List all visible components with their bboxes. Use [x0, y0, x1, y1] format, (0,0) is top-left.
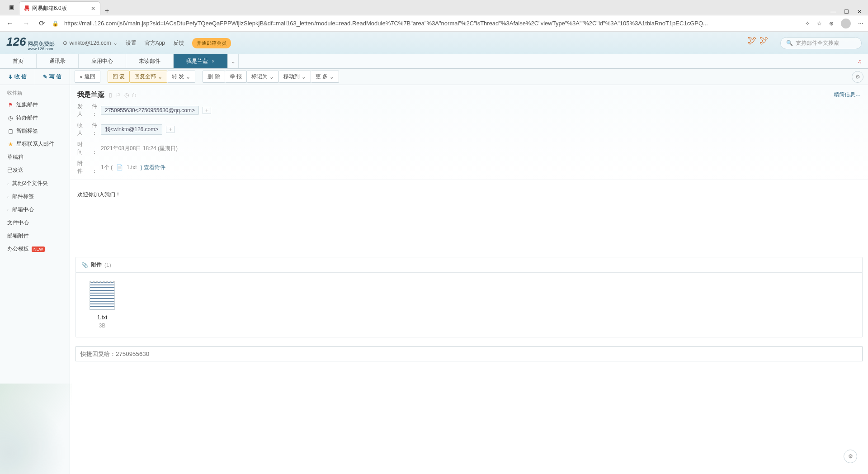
to-chip[interactable]: 我<winkto@126.com>: [101, 124, 162, 135]
mark-button[interactable]: 标记为 ⌄: [247, 71, 279, 83]
star-icon: ★: [7, 141, 14, 147]
flag-outline-icon[interactable]: ⚐: [116, 92, 121, 98]
message-body: 欢迎你加入我们！: [70, 180, 868, 252]
tab-home[interactable]: 首页: [0, 54, 37, 68]
reader-icon[interactable]: ✧: [805, 20, 810, 27]
sidebar-item-sent[interactable]: 已发送: [0, 164, 70, 177]
sidebar-item-todo[interactable]: ◷待办邮件: [0, 111, 70, 124]
tab-unread[interactable]: 未读邮件: [126, 54, 174, 68]
search-box[interactable]: 🔍 支持邮件全文搜索: [780, 37, 862, 49]
user-email-dropdown[interactable]: ⊙ winkto@126.com ⌄: [63, 40, 117, 46]
bookmark-icon[interactable]: ▯: [109, 92, 112, 98]
address-bar: ← → ⟳ 🔒 https://mail.126.com/js6/main.js…: [0, 15, 868, 32]
tab-current[interactable]: 我是兰蔻 ×: [174, 54, 228, 68]
logo-number: 126: [6, 35, 26, 49]
sidebar-item-smart[interactable]: ▢智能标签: [0, 124, 70, 137]
sidebar-item-tpl[interactable]: 办公模板 NEW: [0, 242, 70, 256]
add-recipient-button[interactable]: +: [166, 126, 175, 133]
app-link[interactable]: 官方App: [145, 39, 165, 47]
back-button[interactable]: «返回: [75, 71, 100, 83]
att-filename[interactable]: 1.txt: [127, 164, 137, 171]
user-email: winkto@126.com: [69, 40, 111, 46]
chevron-down-icon: ⌄: [302, 74, 306, 80]
receive-button[interactable]: ⬇ 收 信: [0, 69, 35, 85]
browser-tab-strip: ▣ 易 网易邮箱6.0版 ✕ + — ☐ ✕: [0, 0, 868, 15]
from-label: 发件人：: [77, 103, 97, 118]
clock-icon: ◷: [7, 115, 14, 121]
main-tabs: 首页 通讯录 应用中心 未读邮件 我是兰蔻 × ⌄ ♫: [0, 54, 868, 69]
logo[interactable]: 126 网易免费邮 www.126.com: [6, 35, 55, 51]
file-icon: 📄: [116, 164, 123, 171]
favicon-icon: 易: [24, 5, 29, 12]
gear-icon[interactable]: ⚙: [852, 71, 863, 83]
tab-overview-icon[interactable]: ▣: [4, 0, 19, 15]
search-placeholder: 支持邮件全文搜索: [796, 39, 839, 47]
attachments-title: 附件: [91, 261, 102, 269]
window-controls: — ☐ ✕: [824, 9, 868, 15]
quick-reply-input[interactable]: [75, 346, 863, 361]
att-summary: 1个 (: [101, 164, 113, 171]
close-window-icon[interactable]: ✕: [857, 9, 862, 15]
close-icon[interactable]: ✕: [91, 5, 95, 12]
reply-all-button[interactable]: 回复全部 ⌄: [130, 71, 167, 83]
chevron-down-icon: ⌄: [269, 74, 274, 80]
lock-icon: 🔒: [52, 20, 59, 27]
flag-icon: ⚑: [7, 102, 14, 108]
clock-outline-icon[interactable]: ◷: [124, 92, 129, 98]
brief-info-toggle[interactable]: 精简信息︿: [834, 91, 861, 99]
sidebar-inbox-header[interactable]: 收件箱: [0, 85, 70, 98]
report-button[interactable]: 举 报: [225, 71, 247, 83]
attachments-count: (1): [104, 262, 111, 268]
coin-icon: ⊙: [63, 40, 67, 46]
view-attachments-link[interactable]: ) 查看附件: [141, 164, 165, 171]
tab-contacts[interactable]: 通讯录: [37, 54, 79, 68]
attachment-name: 1.txt: [84, 314, 120, 321]
logo-text: 网易免费邮: [28, 41, 55, 47]
more-button[interactable]: 更 多 ⌄: [311, 71, 339, 83]
maximize-icon[interactable]: ☐: [844, 9, 849, 15]
reading-pane: «返回 回 复 回复全部 ⌄ 转 发 ⌄ 删 除 举 报 标记为 ⌄ 移动到 ⌄…: [70, 69, 868, 474]
url-text[interactable]: https://mail.126.com/js6/main.jsp?sid=IA…: [64, 20, 800, 27]
sidebar-item-star[interactable]: ★星标联系人邮件: [0, 137, 70, 151]
tab-more-dropdown[interactable]: ⌄: [228, 54, 239, 68]
new-badge: NEW: [32, 246, 45, 252]
back-icon[interactable]: ←: [5, 19, 15, 28]
more-icon[interactable]: ⋯: [858, 20, 863, 27]
favorite-icon[interactable]: ☆: [817, 20, 822, 27]
from-chip[interactable]: 2750955630<2750955630@qq.com>: [101, 106, 199, 115]
sidebar-item-draft[interactable]: 草稿箱: [0, 151, 70, 164]
download-icon: ⬇: [8, 74, 13, 80]
sidebar-item-flag[interactable]: ⚑红旗邮件: [0, 98, 70, 111]
sidebar-item-center[interactable]: ›邮箱中心: [0, 203, 70, 216]
sidebar-item-att[interactable]: 邮箱附件: [0, 229, 70, 242]
browser-tab[interactable]: 易 网易邮箱6.0版 ✕: [19, 1, 100, 15]
music-icon[interactable]: ♫: [851, 54, 868, 68]
compose-button[interactable]: ✎ 写 信: [35, 69, 70, 85]
new-tab-button[interactable]: +: [100, 7, 113, 15]
refresh-icon[interactable]: ⟳: [37, 19, 47, 28]
floating-gear-icon[interactable]: ⚙: [844, 450, 857, 463]
feedback-link[interactable]: 反馈: [173, 39, 184, 47]
add-contact-button[interactable]: +: [203, 107, 211, 114]
tab-close-icon[interactable]: ×: [212, 58, 215, 65]
move-button[interactable]: 移动到 ⌄: [279, 71, 311, 83]
sidebar-item-files[interactable]: 文件中心: [0, 216, 70, 229]
sidebar-item-tags[interactable]: ›邮件标签: [0, 190, 70, 203]
tab-apps[interactable]: 应用中心: [79, 54, 126, 68]
forward-icon: →: [21, 19, 32, 28]
forward-button[interactable]: 转 发 ⌄: [167, 71, 195, 83]
caret-icon: ›: [7, 208, 9, 212]
print-icon[interactable]: ⎙: [132, 92, 136, 98]
attachment-item[interactable]: 1.txt 3B: [84, 281, 120, 329]
minimize-icon[interactable]: —: [830, 9, 836, 15]
time-label: 时 间：: [77, 141, 97, 156]
paperclip-icon: 📎: [81, 262, 88, 268]
settings-link[interactable]: 设置: [126, 39, 137, 47]
collections-icon[interactable]: ⊕: [829, 20, 834, 27]
sidebar-item-other[interactable]: ›其他2个文件夹: [0, 177, 70, 190]
vip-button[interactable]: 开通邮箱会员: [192, 38, 231, 48]
reply-button[interactable]: 回 复: [108, 71, 130, 83]
logo-subtext: www.126.com: [28, 47, 55, 51]
delete-button[interactable]: 删 除: [203, 71, 225, 83]
profile-avatar[interactable]: [841, 19, 851, 28]
